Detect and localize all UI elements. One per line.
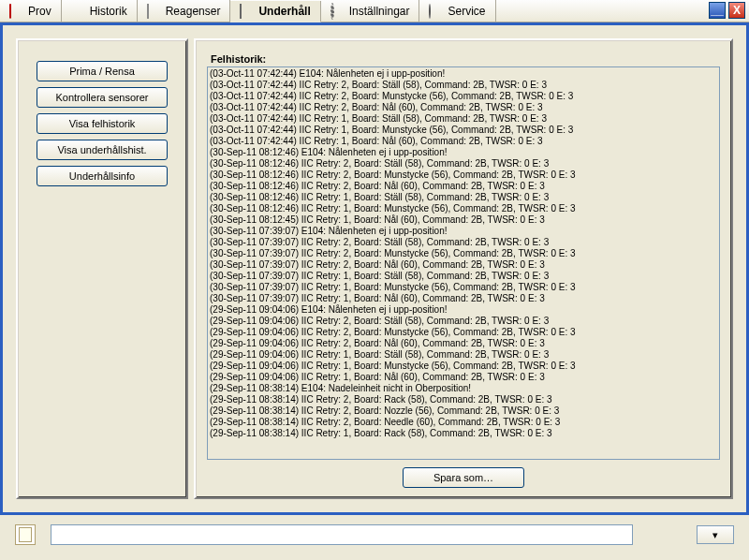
log-line: (29-Sep-11 08:38:14) IIC Retry: 2, Board… — [210, 417, 717, 428]
error-log[interactable]: (03-Oct-11 07:42:44) E104: Nålenheten ej… — [207, 66, 720, 460]
tab-label: Underhåll — [258, 5, 310, 18]
tab-prov[interactable]: Prov — [0, 0, 62, 22]
tab-label: Inställningar — [349, 5, 410, 18]
log-line: (29-Sep-11 09:04:06) IIC Retry: 1, Board… — [210, 349, 717, 361]
log-title: Felhistorik: — [211, 53, 720, 65]
status-input[interactable] — [51, 524, 633, 545]
tube-icon — [9, 5, 22, 18]
chevron-down-icon: ▾ — [712, 529, 718, 541]
log-line: (03-Oct-11 07:42:44) E104: Nålenheten ej… — [210, 68, 717, 80]
show-maintenance-history-button[interactable]: Visa underhållshist. — [37, 140, 168, 160]
check-sensors-button[interactable]: Kontrollera sensorer — [37, 87, 168, 108]
sidebar: Prima / Rensa Kontrollera sensorer Visa … — [16, 38, 188, 499]
log-line: (29-Sep-11 08:38:14) IIC Retry: 2, Board… — [210, 394, 717, 405]
log-line: (29-Sep-11 09:04:06) IIC Retry: 2, Board… — [210, 316, 717, 327]
tab-installningar[interactable]: Inställningar — [321, 0, 420, 22]
tab-reagenser[interactable]: Reagenser — [138, 0, 231, 22]
log-line: (30-Sep-11 07:39:07) E104: Nålenheten ej… — [210, 226, 717, 237]
log-line: (30-Sep-11 07:39:07) IIC Retry: 1, Board… — [210, 293, 717, 304]
show-error-history-button[interactable]: Visa felhistorik — [37, 113, 168, 134]
tab-bar: Prov Historik Reagenser Underhåll Instäl… — [0, 0, 749, 22]
log-line: (30-Sep-11 08:12:46) IIC Retry: 2, Board… — [210, 181, 717, 192]
log-line: (30-Sep-11 08:12:46) IIC Retry: 2, Board… — [210, 169, 717, 181]
log-line: (30-Sep-11 08:12:45) IIC Retry: 1, Board… — [210, 214, 717, 226]
status-bar: ▾ — [0, 515, 749, 554]
box-icon — [240, 5, 253, 18]
tab-underhall[interactable]: Underhåll — [230, 1, 320, 22]
log-line: (03-Oct-11 07:42:44) IIC Retry: 2, Board… — [210, 80, 717, 91]
log-line: (29-Sep-11 09:04:06) IIC Retry: 2, Board… — [210, 338, 717, 349]
status-dropdown[interactable]: ▾ — [697, 525, 734, 544]
save-as-button[interactable]: Spara som… — [403, 467, 524, 488]
tab-label: Reagenser — [166, 5, 221, 18]
log-line: (03-Oct-11 07:42:44) IIC Retry: 1, Board… — [210, 136, 717, 147]
content-frame: Prima / Rensa Kontrollera sensorer Visa … — [0, 22, 749, 515]
dot-icon — [429, 5, 442, 18]
log-line: (29-Sep-11 08:38:14) IIC Retry: 1, Board… — [210, 428, 717, 439]
note-icon — [15, 524, 36, 545]
tab-label: Service — [448, 5, 485, 18]
log-line: (30-Sep-11 07:39:07) IIC Retry: 2, Board… — [210, 259, 717, 271]
doc-icon — [147, 5, 160, 18]
log-line: (03-Oct-11 07:42:44) IIC Retry: 2, Board… — [210, 91, 717, 102]
log-line: (30-Sep-11 07:39:07) IIC Retry: 2, Board… — [210, 237, 717, 248]
log-line: (30-Sep-11 07:39:07) IIC Retry: 2, Board… — [210, 248, 717, 259]
log-line: (30-Sep-11 07:39:07) IIC Retry: 1, Board… — [210, 271, 717, 282]
log-line: (30-Sep-11 08:12:46) IIC Retry: 1, Board… — [210, 203, 717, 214]
main-panel: Felhistorik: (03-Oct-11 07:42:44) E104: … — [194, 38, 733, 499]
log-line: (29-Sep-11 09:04:06) IIC Retry: 2, Board… — [210, 327, 717, 338]
tab-label: Historik — [90, 5, 127, 18]
log-line: (29-Sep-11 08:38:14) E104: Nadeleinheit … — [210, 383, 717, 394]
gear-icon — [330, 5, 344, 18]
prime-rinse-button[interactable]: Prima / Rensa — [37, 61, 168, 81]
log-line: (29-Sep-11 09:04:06) IIC Retry: 1, Board… — [210, 372, 717, 383]
log-line: (03-Oct-11 07:42:44) IIC Retry: 2, Board… — [210, 102, 717, 113]
log-line: (03-Oct-11 07:42:44) IIC Retry: 1, Board… — [210, 113, 717, 125]
bars-icon — [71, 5, 84, 18]
close-button[interactable]: X — [728, 2, 745, 19]
log-line: (30-Sep-11 08:12:46) E104: Nålenheten ej… — [210, 147, 717, 158]
maintenance-info-button[interactable]: Underhållsinfo — [37, 166, 168, 186]
tab-service[interactable]: Service — [419, 0, 495, 22]
log-line: (30-Sep-11 08:12:46) IIC Retry: 1, Board… — [210, 192, 717, 203]
log-line: (30-Sep-11 07:39:07) IIC Retry: 1, Board… — [210, 282, 717, 293]
tab-label: Prov — [28, 5, 51, 18]
log-line: (29-Sep-11 08:38:14) IIC Retry: 2, Board… — [210, 405, 717, 417]
minimize-button[interactable]: __ — [709, 2, 726, 19]
log-line: (29-Sep-11 09:04:06) IIC Retry: 1, Board… — [210, 361, 717, 372]
log-line: (29-Sep-11 09:04:06) E104: Nålenheten ej… — [210, 304, 717, 316]
tab-historik[interactable]: Historik — [62, 0, 138, 22]
log-line: (03-Oct-11 07:42:44) IIC Retry: 1, Board… — [210, 125, 717, 136]
log-line: (30-Sep-11 08:12:46) IIC Retry: 2, Board… — [210, 158, 717, 169]
